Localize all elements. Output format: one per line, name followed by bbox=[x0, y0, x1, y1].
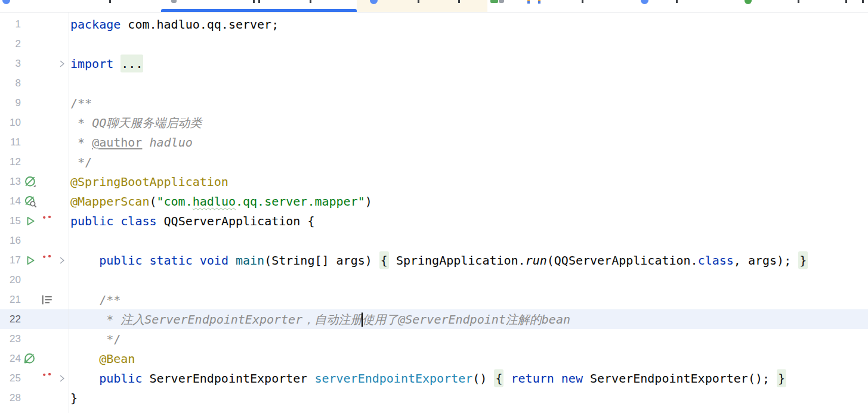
line-number[interactable]: 17 bbox=[0, 254, 21, 266]
tab-blue-circle-icon[interactable] bbox=[2, 0, 10, 4]
line-number[interactable]: 12 bbox=[0, 156, 21, 168]
line-number[interactable]: 3 bbox=[0, 58, 21, 70]
line-number[interactable]: 28 bbox=[0, 392, 21, 404]
line-number[interactable]: 16 bbox=[0, 235, 21, 247]
run-icon[interactable] bbox=[25, 216, 36, 226]
editor-line[interactable]: 8 bbox=[0, 73, 868, 93]
editor-line[interactable]: 14 @MapperScan("com.hadluo.qq.server.map… bbox=[0, 191, 868, 211]
line-number[interactable]: 23 bbox=[0, 333, 21, 345]
tab-gray-glyph[interactable] bbox=[499, 0, 504, 3]
code-text: /** bbox=[70, 95, 92, 111]
editor-line[interactable]: 11 * @author hadluo bbox=[0, 132, 868, 152]
line-number[interactable]: 24 bbox=[0, 353, 21, 365]
line-number[interactable]: 14 bbox=[0, 195, 21, 207]
bean-icon[interactable] bbox=[24, 175, 37, 188]
editor-line[interactable]: 15 public class QQServerApplication { bbox=[0, 211, 868, 231]
code-token: 注入ServerEndpointExporter，自动注册 bbox=[121, 312, 362, 326]
tab-descender[interactable] bbox=[845, 0, 847, 3]
code-editor[interactable]: 1package com.hadluo.qq.server;23 import … bbox=[0, 13, 868, 413]
editor-line[interactable]: 17 public static void main(String[] args… bbox=[0, 250, 868, 270]
line-number[interactable]: 22 bbox=[0, 313, 21, 325]
line-number[interactable]: 9 bbox=[0, 97, 21, 109]
fold-chevron-icon[interactable] bbox=[57, 256, 67, 265]
code-text: public static void main(String[] args) {… bbox=[70, 252, 808, 268]
editor-line[interactable]: 28} bbox=[0, 388, 868, 408]
fold-chevron-icon[interactable] bbox=[57, 59, 67, 69]
code-text: import ... bbox=[70, 55, 143, 72]
tab-green-circle-icon[interactable] bbox=[745, 0, 752, 4]
code-token bbox=[113, 56, 121, 70]
tab-descender[interactable] bbox=[676, 0, 678, 3]
code-token: ( bbox=[149, 194, 156, 208]
mybatisx-icon[interactable] bbox=[39, 215, 55, 226]
code-token: hadluo bbox=[193, 194, 236, 208]
editor-line[interactable]: 21 /** bbox=[0, 290, 868, 309]
bean-arrow-icon[interactable] bbox=[23, 352, 36, 365]
code-token bbox=[554, 371, 561, 385]
line-number[interactable]: 21 bbox=[0, 294, 21, 306]
tab-descender[interactable] bbox=[109, 0, 111, 3]
code-token: hadluo bbox=[142, 135, 192, 149]
code-token: } bbox=[798, 251, 808, 269]
line-number[interactable]: 2 bbox=[0, 38, 21, 50]
editor-line[interactable]: 25 public ServerEndpointExporter serverE… bbox=[0, 368, 868, 388]
editor-line[interactable]: 24 @Bean bbox=[0, 349, 868, 368]
code-token: public bbox=[99, 253, 142, 267]
code-token: /** bbox=[70, 95, 92, 110]
code-token: QQ聊天服务端启动类 bbox=[92, 115, 202, 129]
editor-line[interactable]: 16 bbox=[0, 231, 868, 250]
tab-mini-file-icon[interactable] bbox=[527, 0, 530, 4]
bean-scan-icon[interactable] bbox=[24, 195, 37, 208]
code-text: package com.hadluo.qq.server; bbox=[70, 16, 279, 32]
tab-blue-circle-icon[interactable] bbox=[641, 0, 648, 4]
tab-descender[interactable] bbox=[458, 0, 460, 3]
tab-descender[interactable] bbox=[258, 0, 260, 3]
line-number[interactable]: 15 bbox=[0, 215, 21, 227]
tab-mini-file-icon[interactable] bbox=[538, 0, 540, 4]
code-token bbox=[228, 253, 236, 267]
tab-green-file-icon[interactable] bbox=[490, 0, 498, 3]
code-token bbox=[113, 213, 121, 228]
code-token: SpringApplication. bbox=[389, 253, 526, 267]
editor-line[interactable]: 2 bbox=[0, 34, 868, 54]
editor-line[interactable]: 20 bbox=[0, 270, 868, 290]
code-token: new bbox=[561, 371, 583, 385]
editor-line[interactable]: 22 * 注入ServerEndpointExporter，自动注册使用了@Se… bbox=[0, 309, 868, 329]
code-text: * QQ聊天服务端启动类 bbox=[70, 114, 202, 131]
mybatisx-icon[interactable] bbox=[39, 254, 55, 266]
tab-descender[interactable] bbox=[418, 0, 419, 3]
line-number[interactable]: 20 bbox=[0, 274, 21, 286]
editor-line[interactable]: 3 import ... bbox=[0, 54, 868, 73]
line-number[interactable]: 8 bbox=[0, 77, 21, 89]
line-number[interactable]: 11 bbox=[0, 136, 21, 148]
code-token: * bbox=[70, 312, 121, 326]
code-text: * 注入ServerEndpointExporter，自动注册使用了@Serve… bbox=[70, 311, 570, 327]
tab-descender[interactable] bbox=[310, 0, 311, 3]
run-icon[interactable] bbox=[25, 255, 36, 266]
tab-descender[interactable] bbox=[798, 0, 799, 3]
line-number[interactable]: 25 bbox=[0, 372, 21, 384]
code-text: @MapperScan("com.hadluo.qq.server.mapper… bbox=[70, 193, 372, 209]
editor-line[interactable]: 9/** bbox=[0, 93, 868, 113]
code-token: public bbox=[70, 213, 113, 228]
editor-line[interactable]: 1package com.hadluo.qq.server; bbox=[0, 14, 868, 34]
code-token: @SpringBootApplication bbox=[70, 174, 228, 188]
fold-chevron-icon[interactable] bbox=[57, 374, 67, 383]
editor-line[interactable]: 10 * QQ聊天服务端启动类 bbox=[0, 113, 868, 132]
mybatisx-icon[interactable] bbox=[39, 372, 55, 384]
tab-gray-glyph[interactable] bbox=[171, 0, 177, 3]
line-number[interactable]: 1 bbox=[0, 18, 21, 30]
separator-icon[interactable] bbox=[41, 294, 52, 306]
code-token: void bbox=[200, 253, 228, 267]
editor-line[interactable]: 13 @SpringBootApplication bbox=[0, 172, 868, 191]
code-token: () bbox=[472, 371, 494, 385]
tab-descender[interactable] bbox=[862, 0, 864, 3]
editor-line[interactable]: 12 */ bbox=[0, 152, 868, 172]
code-token: * bbox=[70, 115, 92, 129]
editor-line[interactable]: 23 */ bbox=[0, 329, 868, 349]
tab-descender[interactable] bbox=[253, 0, 255, 3]
tab-descender[interactable] bbox=[582, 0, 583, 3]
editor-tab-bar[interactable] bbox=[0, 0, 868, 13]
line-number[interactable]: 13 bbox=[0, 176, 21, 188]
line-number[interactable]: 10 bbox=[0, 117, 21, 129]
